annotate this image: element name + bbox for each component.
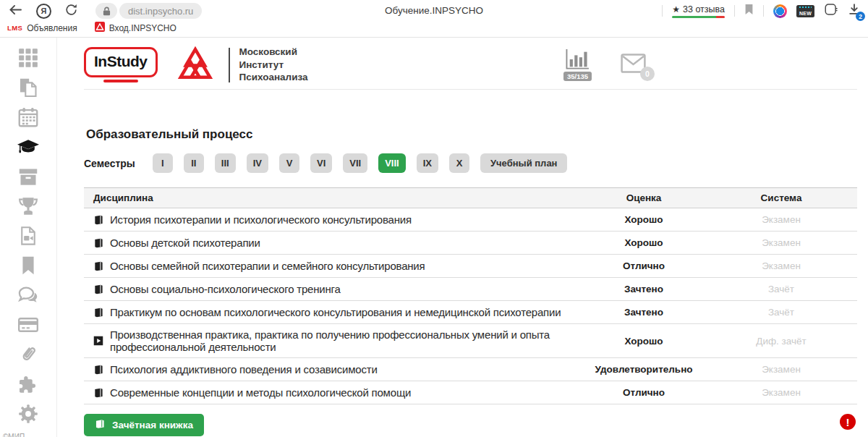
- sidebar-nav: ©МИП: [0, 38, 57, 437]
- bookmark-label: Вход.INPSYCHO: [109, 23, 176, 33]
- lock-icon[interactable]: [95, 3, 117, 19]
- attachment-icon[interactable]: [17, 344, 39, 365]
- discipline-link[interactable]: Психология аддиктивного поведения и соза…: [110, 363, 378, 376]
- settings-gear-icon[interactable]: [17, 403, 39, 425]
- semester-button-5[interactable]: V: [279, 153, 299, 173]
- discipline-link[interactable]: Основы семейной психотерапии и семейного…: [110, 260, 425, 272]
- triangle-favicon: [95, 22, 105, 34]
- semesters-row: Семестры I II III IV V VI VII VIII IX X …: [84, 153, 857, 173]
- divider: [662, 5, 663, 17]
- discipline-link[interactable]: Основы социально-психологического тренин…: [110, 283, 341, 295]
- apps-grid-icon[interactable]: [17, 47, 39, 69]
- semester-button-4[interactable]: IV: [247, 153, 268, 173]
- semester-button-6[interactable]: VI: [310, 153, 332, 173]
- semester-button-8-active[interactable]: VIII: [378, 153, 406, 173]
- copyright-label: ©МИП: [0, 433, 25, 437]
- semester-button-9[interactable]: IX: [417, 153, 438, 173]
- main-content: InStudy Московский Институт Психоанализа…: [57, 38, 868, 437]
- discipline-link[interactable]: Производственная практика, практика по п…: [110, 328, 582, 353]
- back-icon[interactable]: [9, 4, 22, 18]
- grade-value: Хорошо: [582, 214, 705, 225]
- bookmark-icon[interactable]: [17, 255, 39, 276]
- progress-stats-icon[interactable]: 35/135: [563, 48, 592, 81]
- video-file-icon[interactable]: [17, 225, 39, 247]
- refresh-icon[interactable]: [65, 4, 77, 19]
- browser-profile-icon[interactable]: Я: [36, 4, 51, 19]
- progress-badge: 35/135: [563, 72, 592, 81]
- table-header: Дисциплина Оценка Система: [84, 187, 857, 208]
- chat-icon[interactable]: [17, 284, 39, 306]
- semester-button-7[interactable]: VII: [343, 153, 367, 173]
- book-icon: [93, 388, 103, 398]
- bookmark-page-icon[interactable]: [744, 4, 754, 18]
- payment-card-icon[interactable]: [17, 314, 39, 336]
- address-bar: dist.inpsycho.ru: [95, 3, 202, 19]
- mail-badge: 0: [640, 67, 655, 81]
- calendar-icon[interactable]: [17, 106, 39, 128]
- extension-browser-icon[interactable]: [773, 4, 787, 18]
- discipline-link[interactable]: Практикум по основам психологического ко…: [110, 306, 561, 318]
- divider: [229, 48, 230, 82]
- table-row: Основы семейной психотерапии и семейного…: [84, 255, 857, 278]
- collections-icon[interactable]: [824, 3, 838, 19]
- semester-button-2[interactable]: II: [184, 153, 204, 173]
- bookmark-item-lms[interactable]: LMS Объявления: [7, 23, 77, 33]
- system-value: Экзамен: [705, 260, 857, 271]
- archive-box-icon[interactable]: [17, 166, 39, 187]
- system-value: Экзамен: [705, 237, 857, 248]
- book-icon: [93, 215, 103, 225]
- table-row: Практикум по основам психологического ко…: [84, 301, 857, 324]
- disciplines-table: Дисциплина Оценка Система История психот…: [84, 187, 857, 404]
- bookmarks-bar: LMS Объявления Вход.INPSYCHO: [0, 22, 868, 38]
- institute-name-line: Психоанализа: [239, 71, 308, 84]
- study-plan-button[interactable]: Учебный план: [480, 153, 567, 173]
- book-icon: [95, 419, 106, 431]
- table-row: Производственная практика, практика по п…: [84, 324, 857, 358]
- lms-favicon: LMS: [7, 24, 22, 32]
- instudy-logo-text: InStudy: [84, 47, 158, 77]
- institute-name: Московский Институт Психоанализа: [239, 46, 308, 84]
- system-value: Экзамен: [705, 364, 857, 375]
- puzzle-icon[interactable]: [17, 373, 39, 395]
- grade-value: Зачтено: [582, 284, 705, 294]
- url-field[interactable]: dist.inpsycho.ru: [119, 3, 202, 19]
- grade-value: Удовлетворительно: [582, 364, 705, 375]
- downloads-badge: 2: [856, 12, 865, 21]
- semester-button-3[interactable]: III: [215, 153, 236, 173]
- gradebook-button[interactable]: Зачётная книжка: [84, 414, 204, 436]
- education-icon-active[interactable]: [17, 136, 39, 158]
- star-icon: [672, 4, 680, 14]
- divider: [763, 5, 764, 17]
- grade-value: Хорошо: [582, 336, 705, 347]
- reviews-rating[interactable]: 33 отзыва: [672, 4, 725, 18]
- video-play-icon: [93, 336, 103, 346]
- instudy-logo[interactable]: InStudy: [84, 47, 158, 82]
- documents-icon[interactable]: [17, 77, 39, 98]
- semester-button-10[interactable]: X: [449, 153, 469, 173]
- table-row: История психотерапии и психологического …: [84, 208, 857, 232]
- lms-page: ©МИП InStudy Московский Институт Психоан…: [0, 38, 868, 437]
- grade-value: Зачтено: [582, 307, 705, 318]
- column-grade: Оценка: [582, 192, 705, 203]
- system-value: Экзамен: [705, 214, 857, 225]
- new-badge-icon[interactable]: NEW: [796, 5, 814, 17]
- bookmark-item-inpsycho[interactable]: Вход.INPSYCHO: [95, 22, 176, 34]
- book-icon: [93, 365, 103, 375]
- alert-error-icon[interactable]: !: [840, 414, 856, 430]
- semester-button-1[interactable]: I: [153, 153, 173, 173]
- grade-value: Хорошо: [582, 237, 705, 248]
- table-row: Психология аддиктивного поведения и соза…: [84, 358, 857, 381]
- institute-triangle-logo: [175, 45, 216, 85]
- mail-icon[interactable]: 0: [621, 54, 646, 76]
- system-value: Зачёт: [705, 307, 857, 318]
- discipline-link[interactable]: Основы детской психотерапии: [110, 237, 260, 249]
- bookmark-label: Объявления: [27, 23, 77, 33]
- trophy-icon[interactable]: [17, 195, 39, 217]
- discipline-link[interactable]: История психотерапии и психологического …: [110, 213, 412, 226]
- downloads-icon[interactable]: 2: [848, 3, 861, 19]
- page-title: Образовательный процесс: [86, 127, 857, 142]
- grade-value: Отлично: [582, 260, 705, 271]
- browser-toolbar: Я dist.inpsycho.ru Обучение.INPSYCHO 33 …: [0, 0, 868, 22]
- logo-stand: [103, 80, 138, 82]
- discipline-link[interactable]: Современные концепции и методы психологи…: [110, 386, 411, 399]
